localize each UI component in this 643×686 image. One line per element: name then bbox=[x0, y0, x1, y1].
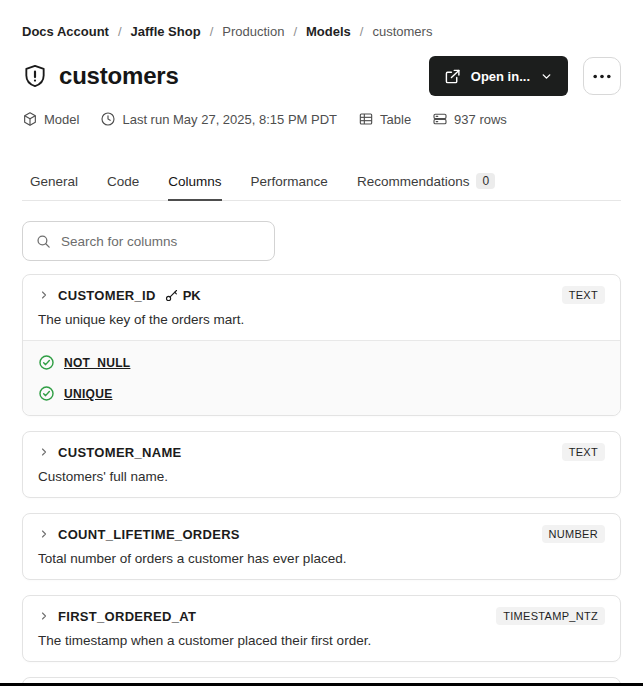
open-in-label: Open in... bbox=[471, 69, 530, 84]
column-tests: NOT_NULL UNIQUE bbox=[23, 340, 620, 415]
column-name: COUNT_LIFETIME_ORDERS bbox=[58, 527, 240, 542]
cube-icon bbox=[22, 111, 38, 127]
chevron-down-icon bbox=[540, 70, 553, 83]
column-header-customer-id[interactable]: CUSTOMER_ID PK TEXT The unique k bbox=[23, 275, 620, 340]
pk-label: PK bbox=[183, 288, 201, 303]
breadcrumb-item-customers: customers bbox=[372, 24, 432, 39]
column-description: Total number of orders a customer has ev… bbox=[38, 551, 605, 566]
meta-last-run: Last run May 27, 2025, 8:15 PM PDT bbox=[100, 111, 337, 127]
model-page: Docs Account / Jaffle Shop / Production … bbox=[0, 0, 643, 686]
column-description: The unique key of the orders mart. bbox=[38, 312, 605, 327]
chevron-right-icon[interactable] bbox=[38, 528, 50, 540]
column-description: The timestamp when a customer placed the… bbox=[38, 633, 605, 648]
recommendations-count-badge: 0 bbox=[476, 173, 495, 189]
breadcrumb-item-production[interactable]: Production bbox=[222, 24, 284, 39]
meta-materialization-label: Table bbox=[380, 112, 411, 127]
external-link-icon bbox=[444, 68, 461, 85]
check-circle-icon bbox=[38, 385, 55, 402]
tab-code-label: Code bbox=[107, 174, 139, 189]
column-header-first-ordered-at[interactable]: FIRST_ORDERED_AT TIMESTAMP_NTZ The times… bbox=[23, 596, 620, 661]
ellipsis-icon bbox=[593, 74, 611, 79]
breadcrumb-item-docs-account[interactable]: Docs Account bbox=[22, 24, 109, 39]
model-meta-row: Model Last run May 27, 2025, 8:15 PM PDT bbox=[22, 111, 621, 127]
breadcrumb-item-models[interactable]: Models bbox=[306, 24, 351, 39]
column-header-count-lifetime-orders[interactable]: COUNT_LIFETIME_ORDERS NUMBER Total numbe… bbox=[23, 514, 620, 579]
table-icon bbox=[358, 111, 374, 127]
tab-general[interactable]: General bbox=[30, 174, 78, 200]
column-search[interactable] bbox=[22, 221, 275, 261]
tab-performance-label: Performance bbox=[251, 174, 328, 189]
tab-columns[interactable]: Columns bbox=[168, 174, 221, 200]
page-header: customers Open in... bbox=[22, 56, 621, 96]
column-card-count-lifetime-orders: COUNT_LIFETIME_ORDERS NUMBER Total numbe… bbox=[22, 513, 621, 580]
clock-icon bbox=[100, 111, 116, 127]
column-card-customer-name: CUSTOMER_NAME TEXT Customers' full name. bbox=[22, 431, 621, 498]
test-not-null[interactable]: NOT_NULL bbox=[38, 354, 605, 371]
open-in-button[interactable]: Open in... bbox=[429, 56, 568, 96]
page-title: customers bbox=[59, 62, 179, 90]
chevron-right-icon[interactable] bbox=[38, 289, 50, 301]
header-actions: Open in... bbox=[429, 56, 621, 96]
column-type-badge: TEXT bbox=[562, 443, 605, 461]
columns-list: CUSTOMER_ID PK TEXT The unique k bbox=[22, 274, 621, 686]
search-icon bbox=[35, 233, 52, 250]
key-icon bbox=[164, 288, 179, 303]
title-wrap: customers bbox=[22, 62, 179, 90]
test-name-link[interactable]: UNIQUE bbox=[64, 387, 112, 401]
tab-recommendations[interactable]: Recommendations 0 bbox=[357, 173, 495, 200]
meta-materialization: Table bbox=[358, 111, 411, 127]
meta-model: Model bbox=[22, 111, 79, 127]
tab-performance[interactable]: Performance bbox=[251, 174, 328, 200]
check-circle-icon bbox=[38, 354, 55, 371]
tab-recommendations-label: Recommendations bbox=[357, 174, 470, 189]
column-name: CUSTOMER_NAME bbox=[58, 445, 182, 460]
chevron-right-icon[interactable] bbox=[38, 446, 50, 458]
meta-last-run-label: Last run May 27, 2025, 8:15 PM PDT bbox=[122, 112, 337, 127]
column-name: CUSTOMER_ID bbox=[58, 288, 156, 303]
breadcrumb: Docs Account / Jaffle Shop / Production … bbox=[22, 24, 621, 39]
meta-row-count: 937 rows bbox=[432, 111, 507, 127]
breadcrumb-separator: / bbox=[360, 24, 364, 39]
tab-code[interactable]: Code bbox=[107, 174, 139, 200]
tab-columns-label: Columns bbox=[168, 174, 221, 189]
chevron-right-icon[interactable] bbox=[38, 610, 50, 622]
column-type-badge: TEXT bbox=[562, 286, 605, 304]
shield-alert-icon bbox=[22, 63, 48, 89]
test-name-link[interactable]: NOT_NULL bbox=[64, 356, 130, 370]
breadcrumb-separator: / bbox=[210, 24, 214, 39]
column-type-badge: TIMESTAMP_NTZ bbox=[496, 607, 605, 625]
tab-bar: General Code Columns Performance Recomme… bbox=[22, 173, 621, 201]
test-unique[interactable]: UNIQUE bbox=[38, 385, 605, 402]
column-card-first-ordered-at: FIRST_ORDERED_AT TIMESTAMP_NTZ The times… bbox=[22, 595, 621, 662]
column-header-customer-name[interactable]: CUSTOMER_NAME TEXT Customers' full name. bbox=[23, 432, 620, 497]
breadcrumb-item-jaffle-shop[interactable]: Jaffle Shop bbox=[131, 24, 201, 39]
search-input[interactable] bbox=[61, 234, 262, 249]
meta-row-count-label: 937 rows bbox=[454, 112, 507, 127]
primary-key-indicator: PK bbox=[164, 288, 201, 303]
column-card-customer-id: CUSTOMER_ID PK TEXT The unique k bbox=[22, 274, 621, 416]
breadcrumb-separator: / bbox=[118, 24, 122, 39]
column-type-badge: NUMBER bbox=[542, 525, 605, 543]
meta-model-label: Model bbox=[44, 112, 79, 127]
rows-icon bbox=[432, 111, 448, 127]
breadcrumb-separator: / bbox=[293, 24, 297, 39]
tab-general-label: General bbox=[30, 174, 78, 189]
column-name: FIRST_ORDERED_AT bbox=[58, 609, 196, 624]
more-options-button[interactable] bbox=[583, 57, 621, 95]
column-description: Customers' full name. bbox=[38, 469, 605, 484]
